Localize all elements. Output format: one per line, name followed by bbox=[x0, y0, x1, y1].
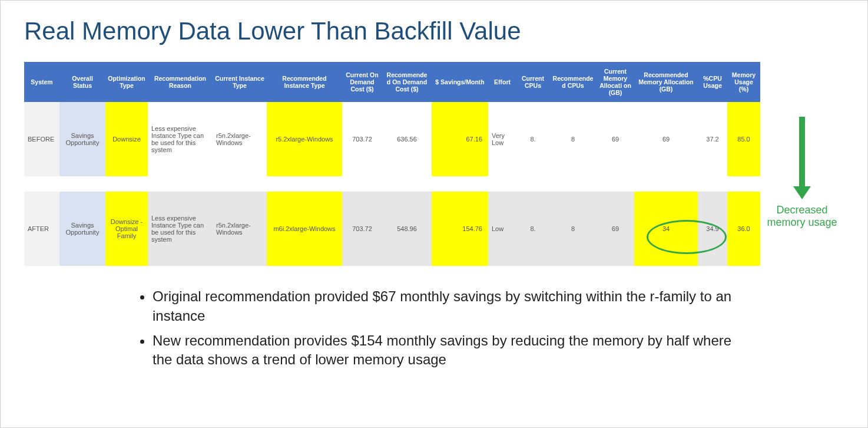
col-rec-cpu: Recommende d CPUs bbox=[549, 62, 597, 102]
cell-rec-instance: m6i.2xlarge-Windows bbox=[267, 192, 342, 266]
slide: Real Memory Data Lower Than Backfill Val… bbox=[0, 0, 868, 428]
slide-title: Real Memory Data Lower Than Backfill Val… bbox=[24, 17, 844, 45]
cell-curr-mem: 69 bbox=[597, 102, 634, 176]
content-row: System Overall Status Optimization Type … bbox=[24, 62, 844, 266]
col-opt-type: Optimization Type bbox=[105, 62, 148, 102]
cell-curr-cpu: 8. bbox=[516, 102, 549, 176]
cell-rec-mem: 34 bbox=[634, 192, 698, 266]
bullet-item: Original recommendation provided $67 mon… bbox=[153, 287, 737, 325]
cell-status: Savings Opportunity bbox=[59, 102, 105, 176]
col-curr-cpu: Current CPUs bbox=[516, 62, 549, 102]
cell-cpu-pct: 37.2 bbox=[698, 102, 727, 176]
comparison-table: System Overall Status Optimization Type … bbox=[24, 62, 760, 266]
cell-mem-pct: 85.0 bbox=[727, 102, 760, 176]
col-system: System bbox=[24, 62, 59, 102]
table-wrap: System Overall Status Optimization Type … bbox=[24, 62, 760, 266]
table-row-after: AFTER Savings Opportunity Downsize - Opt… bbox=[24, 192, 760, 266]
col-rec-cost: Recommende d On Demand Cost ($) bbox=[382, 62, 432, 102]
cell-rec-cost: 636.56 bbox=[382, 102, 432, 176]
cell-savings: 154.76 bbox=[432, 192, 488, 266]
table-header: System Overall Status Optimization Type … bbox=[24, 62, 760, 102]
cell-curr-cost: 703.72 bbox=[342, 102, 382, 176]
table-row-spacer bbox=[24, 176, 760, 192]
col-savings: $ Savings/Month bbox=[432, 62, 488, 102]
cell-rec-cost: 548.96 bbox=[382, 192, 432, 266]
cell-mem-pct: 36.0 bbox=[727, 192, 760, 266]
annotation: Decreased memory usage bbox=[760, 99, 844, 229]
cell-reason: Less expensive Instance Type can be used… bbox=[148, 102, 213, 176]
col-curr-instance: Current Instance Type bbox=[213, 62, 267, 102]
cell-status: Savings Opportunity bbox=[59, 192, 105, 266]
cell-rec-cpu: 8 bbox=[549, 102, 597, 176]
col-mem-pct: Memory Usage (%) bbox=[727, 62, 760, 102]
cell-curr-cpu: 8. bbox=[516, 192, 549, 266]
cell-curr-instance: r5n.2xlarge-Windows bbox=[213, 192, 267, 266]
cell-curr-cost: 703.72 bbox=[342, 192, 382, 266]
cell-rec-instance: r5.2xlarge-Windows bbox=[267, 102, 342, 176]
col-reason: Recommendation Reason bbox=[148, 62, 213, 102]
cell-rec-cpu: 8 bbox=[549, 192, 597, 266]
bullets: Original recommendation provided $67 mon… bbox=[136, 287, 737, 370]
col-effort: Effort bbox=[488, 62, 516, 102]
annotation-label: Decreased memory usage bbox=[760, 204, 844, 229]
arrow-down-icon bbox=[793, 117, 811, 199]
cell-savings: 67.16 bbox=[432, 102, 488, 176]
bullet-item: New recommendation provides $154 monthly… bbox=[153, 331, 737, 370]
cell-opt-type: Downsize bbox=[105, 102, 148, 176]
cell-opt-type: Downsize - Optimal Family bbox=[105, 192, 148, 266]
col-rec-mem: Recommended Memory Allocation (GB) bbox=[634, 62, 698, 102]
cell-effort: Very Low bbox=[488, 102, 516, 176]
cell-cpu-pct: 34.9 bbox=[698, 192, 727, 266]
col-curr-mem: Current Memory Allocati on (GB) bbox=[597, 62, 634, 102]
col-rec-instance: Recommended Instance Type bbox=[267, 62, 342, 102]
cell-effort: Low bbox=[488, 192, 516, 266]
cell-reason: Less expensive Instance Type can be used… bbox=[148, 192, 213, 266]
table-row-before: BEFORE Savings Opportunity Downsize Less… bbox=[24, 102, 760, 176]
col-status: Overall Status bbox=[59, 62, 105, 102]
cell-curr-mem: 69 bbox=[597, 192, 634, 266]
col-cpu-pct: %CPU Usage bbox=[698, 62, 727, 102]
col-curr-cost: Current On Demand Cost ($) bbox=[342, 62, 382, 102]
cell-system: BEFORE bbox=[24, 102, 59, 176]
cell-system: AFTER bbox=[24, 192, 59, 266]
cell-curr-instance: r5n.2xlarge-Windows bbox=[213, 102, 267, 176]
cell-rec-mem: 69 bbox=[634, 102, 698, 176]
